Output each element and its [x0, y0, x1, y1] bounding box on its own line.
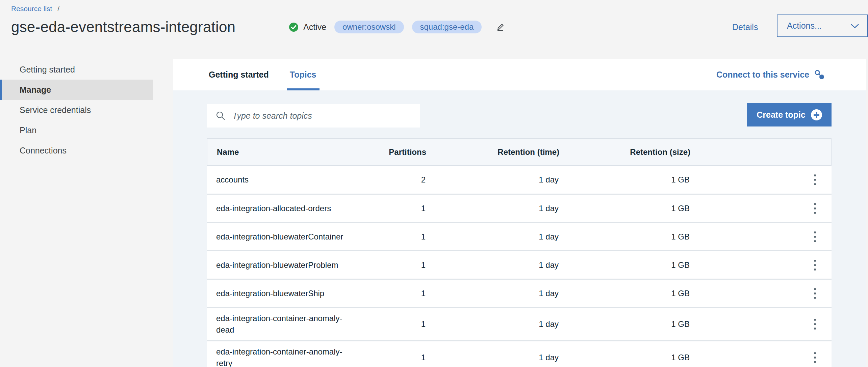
- status-badge: Active: [303, 22, 326, 32]
- column-header-retention-time: Retention (time): [426, 147, 559, 157]
- topic-partitions: 1: [356, 289, 426, 298]
- tag-owner[interactable]: owner:osowski: [334, 21, 404, 33]
- topic-name[interactable]: eda-integration-allocated-orders: [207, 198, 356, 219]
- sidebar-item-connections[interactable]: Connections: [0, 140, 153, 161]
- breadcrumb: Resource list /: [11, 5, 59, 13]
- tab-getting-started[interactable]: Getting started: [209, 59, 269, 90]
- sidebar-item-label: Manage: [20, 85, 51, 95]
- topic-retention-size: 1 GB: [559, 353, 690, 362]
- table-row[interactable]: eda-integration-container-anomaly-retry …: [207, 340, 832, 367]
- sidebar-item-label: Service credentials: [20, 105, 91, 115]
- topic-retention-time: 1 day: [426, 260, 559, 270]
- kebab-icon: [814, 203, 816, 205]
- column-header-partitions: Partitions: [357, 147, 426, 157]
- sidebar-item-getting-started[interactable]: Getting started: [0, 59, 153, 80]
- pencil-icon: [495, 22, 505, 32]
- topic-name[interactable]: eda-integration-bluewaterContainer: [207, 226, 356, 247]
- kebab-icon: [814, 319, 816, 321]
- actions-dropdown[interactable]: Actions...: [777, 15, 868, 37]
- topic-retention-size: 1 GB: [559, 289, 690, 298]
- topic-partitions: 2: [356, 175, 426, 185]
- kebab-icon: [814, 260, 816, 262]
- row-overflow-menu-button[interactable]: [810, 257, 820, 273]
- topic-partitions: 1: [356, 204, 426, 213]
- topic-retention-time: 1 day: [426, 204, 559, 213]
- table-row[interactable]: eda-integration-allocated-orders 1 1 day…: [207, 194, 832, 222]
- topic-retention-size: 1 GB: [559, 319, 690, 329]
- sidebar-item-plan[interactable]: Plan: [0, 120, 153, 140]
- tab-bar: Getting started Topics Connect to this s…: [173, 59, 866, 90]
- connect-to-service-label: Connect to this service: [716, 70, 809, 80]
- topic-retention-size: 1 GB: [559, 175, 690, 185]
- topic-retention-size: 1 GB: [559, 260, 690, 270]
- row-overflow-menu-button[interactable]: [810, 349, 820, 366]
- sidebar-item-manage[interactable]: Manage: [0, 80, 153, 100]
- status-active-icon: [289, 22, 299, 32]
- search-input[interactable]: [232, 111, 413, 121]
- row-overflow-menu-button[interactable]: [810, 316, 820, 332]
- details-link[interactable]: Details: [732, 17, 758, 37]
- topic-partitions: 1: [356, 260, 426, 270]
- chevron-down-icon: [850, 23, 859, 29]
- topic-name[interactable]: eda-integration-bluewaterShip: [207, 283, 356, 304]
- topic-retention-time: 1 day: [426, 289, 559, 298]
- table-row[interactable]: eda-integration-bluewaterShip 1 1 day 1 …: [207, 279, 832, 307]
- topic-retention-size: 1 GB: [559, 204, 690, 213]
- kebab-icon: [814, 288, 816, 290]
- page-title: gse-eda-eventstreams-integration: [11, 19, 235, 35]
- breadcrumb-separator: /: [57, 5, 59, 12]
- tab-label: Getting started: [209, 70, 269, 80]
- topic-name[interactable]: accounts: [207, 169, 356, 190]
- edit-tags-button[interactable]: [494, 20, 507, 34]
- actions-dropdown-label: Actions...: [787, 21, 822, 31]
- sidebar-item-service-credentials[interactable]: Service credentials: [0, 100, 153, 120]
- search-icon: [215, 111, 226, 121]
- table-row[interactable]: accounts 2 1 day 1 GB: [207, 165, 832, 194]
- sidebar-item-label: Plan: [20, 125, 36, 135]
- sidebar-item-label: Getting started: [20, 65, 75, 75]
- create-topic-label: Create topic: [757, 110, 805, 120]
- tab-topics[interactable]: Topics: [290, 59, 316, 90]
- column-header-name: Name: [207, 142, 357, 163]
- plus-icon: [811, 109, 822, 120]
- tab-label: Topics: [290, 70, 316, 80]
- column-header-retention-size: Retention (size): [559, 147, 690, 157]
- link-icon: [814, 69, 825, 80]
- table-header-row: Name Partitions Retention (time) Retenti…: [207, 138, 832, 165]
- row-overflow-menu-button[interactable]: [810, 200, 820, 217]
- topic-partitions: 1: [356, 232, 426, 242]
- connect-to-service-link[interactable]: Connect to this service: [716, 59, 825, 90]
- topic-retention-time: 1 day: [426, 319, 559, 329]
- table-row[interactable]: eda-integration-bluewaterContainer 1 1 d…: [207, 222, 832, 250]
- topic-retention-time: 1 day: [426, 232, 559, 242]
- service-nav: Getting started Manage Service credentia…: [0, 59, 153, 161]
- table-row[interactable]: eda-integration-bluewaterProblem 1 1 day…: [207, 250, 832, 279]
- topics-table: Name Partitions Retention (time) Retenti…: [207, 138, 832, 367]
- tag-squad[interactable]: squad:gse-eda: [412, 21, 482, 33]
- table-row[interactable]: eda-integration-container-anomaly-dead 1…: [207, 307, 832, 340]
- topic-partitions: 1: [356, 353, 426, 362]
- kebab-icon: [814, 352, 816, 354]
- row-overflow-menu-button[interactable]: [810, 229, 820, 245]
- topic-name[interactable]: eda-integration-bluewaterProblem: [207, 255, 356, 276]
- row-overflow-menu-button[interactable]: [810, 172, 820, 188]
- kebab-icon: [814, 174, 816, 176]
- topic-search: [207, 104, 420, 128]
- topic-name[interactable]: eda-integration-container-anomaly-retry: [207, 341, 356, 367]
- topic-name[interactable]: eda-integration-container-anomaly-dead: [207, 308, 356, 340]
- sidebar-item-label: Connections: [20, 146, 67, 156]
- create-topic-button[interactable]: Create topic: [747, 103, 832, 126]
- topic-retention-time: 1 day: [426, 175, 559, 185]
- topic-partitions: 1: [356, 319, 426, 329]
- topic-retention-size: 1 GB: [559, 232, 690, 242]
- topics-panel: Create topic Name Partitions Retention (…: [173, 90, 866, 367]
- breadcrumb-resource-list-link[interactable]: Resource list: [11, 5, 52, 12]
- kebab-icon: [814, 231, 816, 233]
- topic-retention-time: 1 day: [426, 353, 559, 362]
- status-and-tags: Active owner:osowski squad:gse-eda: [289, 17, 507, 37]
- row-overflow-menu-button[interactable]: [810, 285, 820, 302]
